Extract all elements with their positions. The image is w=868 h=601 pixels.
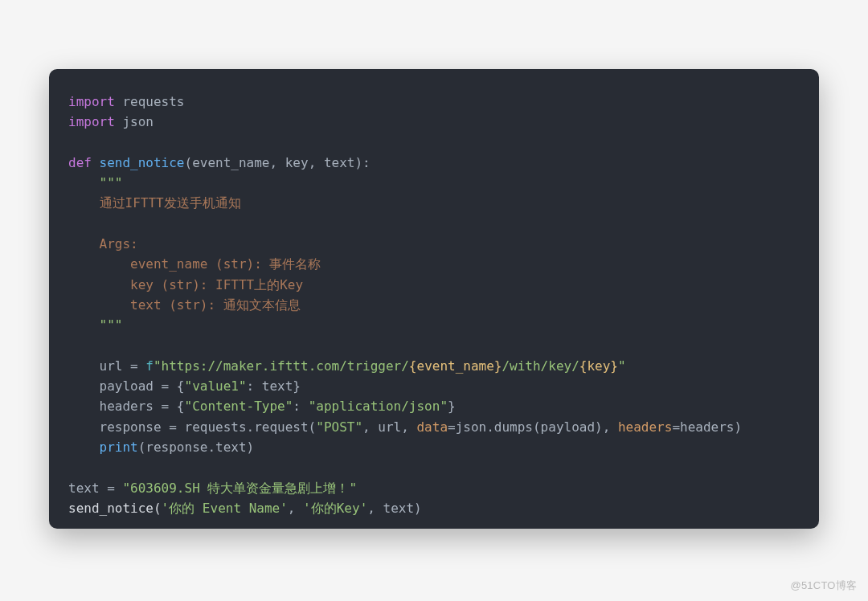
code-text: : text}: [247, 378, 301, 394]
watermark-text: @51CTO博客: [791, 579, 857, 593]
indent: [68, 256, 130, 272]
string: "https://maker.ifttt.com/trigger/: [154, 358, 409, 374]
docstring-line: event_name (str): 事件名称: [130, 256, 321, 272]
code-text: }: [448, 399, 456, 414]
code-text: , text): [367, 501, 421, 516]
indent: [68, 440, 100, 455]
keyword-import: import: [68, 94, 115, 109]
docstring-line: Args:: [100, 236, 138, 251]
docstring-open: """: [100, 175, 123, 190]
module-json: json: [115, 114, 154, 129]
string: "value1": [185, 378, 247, 394]
indent: [68, 195, 100, 211]
code-text: =json.dumps(payload),: [448, 419, 618, 435]
code-text: text =: [68, 480, 122, 496]
function-signature: (event_name, key, text):: [185, 155, 371, 170]
keyword-def: def: [68, 155, 100, 170]
indent: [68, 399, 100, 414]
fstring-prefix: f: [145, 358, 154, 374]
code-text: =headers): [672, 419, 742, 435]
code-snippet-card: import requests import json def send_not…: [49, 69, 819, 529]
fstring-interp: {event_name}: [409, 358, 502, 374]
string: '你的Key': [303, 501, 367, 516]
string: /with/key/: [502, 358, 579, 374]
module-requests: requests: [115, 94, 185, 109]
docstring-line: text (str): 通知文本信息: [130, 297, 301, 313]
assign: url =: [100, 358, 146, 374]
code-text: , url,: [362, 419, 416, 435]
indent: [68, 358, 100, 374]
code-block: import requests import json def send_not…: [68, 92, 800, 518]
string: '你的 Event Name': [162, 501, 288, 516]
indent: [68, 175, 100, 190]
docstring-line: key (str): IFTTT上的Key: [130, 277, 303, 292]
code-text: headers = {: [100, 399, 185, 414]
code-text: send_notice(: [68, 501, 162, 516]
string: "POST": [316, 419, 362, 435]
string: "Content-Type": [185, 399, 293, 414]
indent: [68, 236, 100, 251]
indent: [68, 317, 100, 333]
string: ": [618, 358, 626, 374]
string: "application/json": [309, 399, 448, 414]
code-text: ,: [288, 501, 303, 516]
keyword-import: import: [68, 114, 115, 129]
indent: [68, 277, 130, 292]
indent: [68, 297, 130, 313]
string: "603609.SH 特大单资金量急剧上增！": [122, 480, 357, 496]
code-text: response = requests.request(: [100, 419, 317, 435]
docstring-line: 通过IFTTT发送手机通知: [100, 195, 241, 211]
kwarg-name: data: [416, 419, 448, 435]
fstring-interp: {key}: [579, 358, 618, 374]
docstring-close: """: [100, 317, 123, 333]
indent: [68, 419, 100, 435]
builtin-print: print: [100, 440, 138, 455]
code-text: :: [293, 399, 308, 414]
indent: [68, 378, 100, 394]
function-name: send_notice: [100, 155, 185, 170]
kwarg-name: headers: [618, 419, 672, 435]
code-text: payload = {: [100, 378, 185, 394]
code-text: (response.text): [138, 440, 255, 455]
